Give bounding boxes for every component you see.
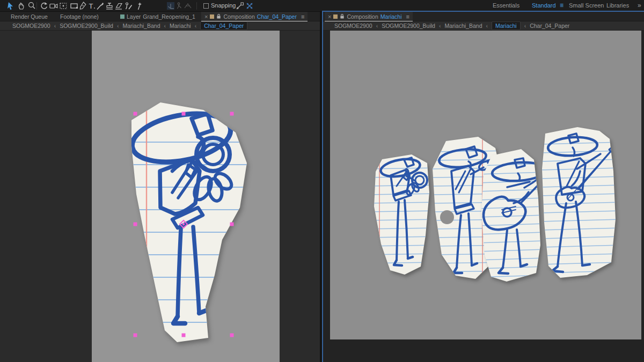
right-tab-bar: × Composition Mariachi ≡	[323, 12, 644, 21]
workspace-libraries[interactable]: Libraries	[606, 2, 629, 9]
active-comp-name[interactable]: Char_04_Paper	[257, 13, 297, 20]
breadcrumb-item[interactable]: Char_04_Paper	[530, 23, 569, 29]
mariachi-composition[interactable]	[330, 31, 641, 339]
workspace-essentials[interactable]: Essentials	[493, 2, 519, 9]
comp-panel-mariachi: × Composition Mariachi ≡ SOGMOE2900 ‹ SO…	[322, 11, 644, 362]
snap-feature-icon[interactable]	[244, 1, 255, 11]
tab-footage[interactable]: Footage (none)	[60, 12, 99, 21]
camera-tool[interactable]	[48, 1, 59, 11]
roto-brush-tool[interactable]	[123, 1, 134, 11]
char-04-paper-viewport[interactable]	[0, 31, 320, 362]
char-04-paper-composition[interactable]	[92, 31, 280, 362]
layer-label-color-swatch	[120, 14, 125, 19]
paper-punch-hole	[440, 210, 454, 224]
snapping-label: Snapping	[211, 2, 236, 9]
close-tab-icon[interactable]: ×	[328, 13, 331, 20]
workspace-menu-icon[interactable]: ≡	[560, 2, 564, 9]
left-mini-flowchart: SOGMOE2900 ‹ SOGMOE2900_Build ‹ Mariachi…	[0, 21, 320, 31]
svg-text:T: T	[89, 2, 93, 10]
tab-render-queue[interactable]: Render Queue	[11, 12, 48, 21]
zoom-tool[interactable]	[26, 1, 37, 11]
breadcrumb-item[interactable]: SOGMOE2900	[334, 23, 372, 29]
tab-composition-char-04-paper[interactable]: × Composition Char_04_Paper ≡	[201, 12, 308, 21]
close-tab-icon[interactable]: ×	[204, 13, 208, 20]
lock-icon	[340, 13, 345, 19]
toolbar-separator	[36, 2, 37, 10]
axis-view-icon[interactable]	[182, 1, 193, 11]
breadcrumb-item[interactable]: Mariachi_Band	[444, 23, 482, 29]
workspace-overflow-icon[interactable]: »	[638, 2, 641, 9]
puppet-pin-tool[interactable]	[133, 1, 144, 11]
tab-composition-mariachi[interactable]: × Composition Mariachi ≡	[325, 12, 413, 21]
paper-layer-guitar[interactable]	[539, 127, 620, 278]
mariachi-viewport[interactable]	[323, 31, 644, 362]
rotation-tool[interactable]	[39, 1, 49, 11]
tool-bar: T Snapping	[0, 0, 644, 12]
left-tab-bar: Render Queue Footage (none) LayerGrand_R…	[0, 12, 320, 21]
breadcrumb-item[interactable]: Mariachi_Band	[122, 23, 160, 29]
toolbar-separator	[196, 2, 197, 10]
breadcrumb-item[interactable]: SOGMOE2900_Build	[60, 23, 113, 29]
tab-layer-grand-reopening[interactable]: LayerGrand_Reopening_1	[120, 12, 195, 21]
selection-tool[interactable]	[5, 1, 16, 11]
snapping-checkbox[interactable]	[203, 3, 209, 9]
breadcrumb-current[interactable]: Char_04_Paper	[200, 21, 247, 30]
workspace-standard[interactable]: Standard	[532, 2, 556, 9]
workspace-small-screen[interactable]: Small Screen	[569, 2, 604, 9]
breadcrumb-current[interactable]: Mariachi	[492, 21, 521, 30]
panel-menu-icon[interactable]: ≡	[406, 13, 409, 20]
comp-label-color-swatch	[333, 14, 338, 19]
active-comp-name[interactable]: Mariachi	[380, 13, 402, 20]
right-mini-flowchart: SOGMOE2900 ‹ SOGMOE2900_Build ‹ Mariachi…	[323, 21, 644, 31]
breadcrumb-item[interactable]: SOGMOE2900	[12, 23, 50, 29]
pan-behind-tool[interactable]	[58, 1, 69, 11]
toolbar-separator	[67, 2, 67, 10]
panel-menu-icon[interactable]: ≡	[301, 13, 304, 20]
eraser-tool[interactable]	[113, 1, 124, 11]
lock-icon	[216, 13, 221, 19]
comp-panel-char-04-paper: Render Queue Footage (none) LayerGrand_R…	[0, 12, 320, 362]
comp-label-color-swatch	[210, 14, 214, 19]
hand-tool[interactable]	[17, 1, 27, 11]
breadcrumb-item[interactable]: SOGMOE2900_Build	[382, 23, 435, 29]
after-effects-window: T Snapping	[0, 0, 644, 362]
snap-angle-icon[interactable]	[235, 1, 245, 11]
breadcrumb-item[interactable]: Mariachi	[170, 23, 191, 29]
